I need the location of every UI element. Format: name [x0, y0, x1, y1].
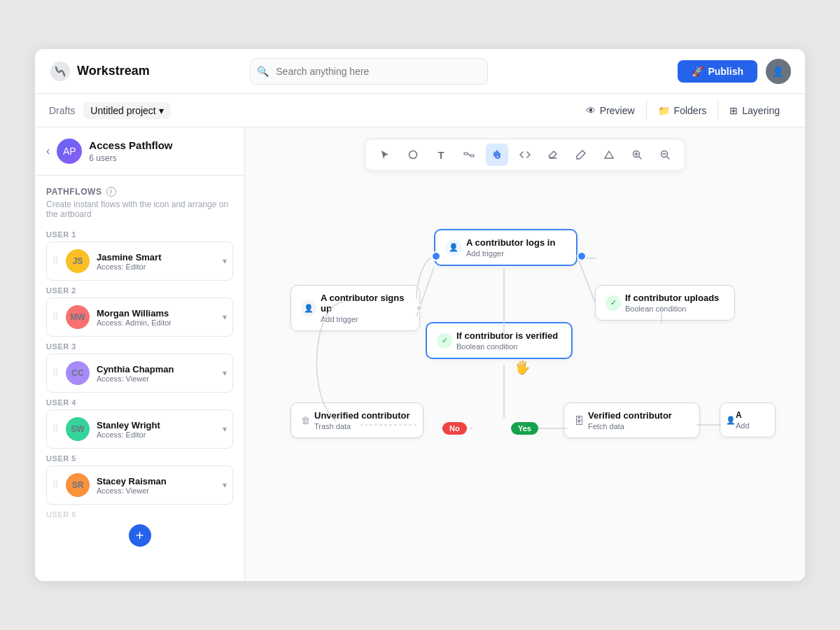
zoom-in-icon	[631, 149, 643, 160]
drag-handle: ⠿	[52, 424, 59, 434]
yes-badge: Yes	[511, 422, 538, 435]
section-desc: Create instant flows with the icon and a…	[46, 200, 233, 219]
code-icon	[519, 149, 531, 160]
node-signs-up[interactable]: 👤 A contributor signs up Add trigger	[290, 285, 420, 331]
user-access-morgan: Access: Admin, Editor	[97, 318, 216, 327]
user-name-jasmine: Jasmine Smart	[97, 252, 216, 262]
user-access-stanley: Access: Editor	[97, 430, 216, 439]
avatar-image: 👤	[772, 66, 784, 77]
dot-connector-3	[416, 304, 423, 312]
node-verified[interactable]: 🗄 Verified contributor Fetch data	[564, 402, 700, 438]
chevron-icon: ▾	[223, 312, 227, 322]
contributor-logs-sub: Add trigger	[466, 249, 555, 258]
sidebar-project-header: ‹ AP Access Pathflow 6 users	[35, 127, 244, 176]
user-info-morgan: Morgan Williams Access: Admin, Editor	[97, 308, 216, 327]
user-avatar-stanley: SW	[66, 417, 90, 441]
user-item-morgan[interactable]: ⠿ MW Morgan Williams Access: Admin, Edit…	[46, 298, 233, 337]
publish-button[interactable]: 🚀 Publish	[678, 60, 757, 83]
if-uploads-title: If contributor uploads	[625, 293, 719, 303]
preview-button[interactable]: 👁 Preview	[575, 99, 646, 122]
dot-connector-2	[577, 251, 587, 261]
chevron-icon: ▾	[223, 480, 227, 490]
search-icon: 🔍	[257, 66, 269, 77]
user-group-6-label: USER 6	[46, 510, 233, 519]
user-item-cynthia[interactable]: ⠿ CC Cynthia Chapman Access: Viewer ▾	[46, 354, 233, 393]
drafts-label: Drafts	[49, 105, 75, 116]
tool-hand-button[interactable]	[486, 144, 508, 166]
project-name: Untitled project	[90, 105, 155, 116]
pathflows-section: PATHFLOWS i Create instant flows with th…	[35, 176, 244, 564]
project-badge[interactable]: Untitled project ▾	[83, 102, 170, 119]
node-contributor-logs[interactable]: 👤 A contributor logs in Add trigger	[434, 229, 578, 266]
user-item-stanley[interactable]: ⠿ SW Stanley Wright Access: Editor ▾	[46, 410, 233, 449]
tool-connect-button[interactable]	[458, 144, 480, 166]
add-trigger-title: A	[736, 410, 750, 420]
chevron-icon: ▾	[223, 424, 227, 434]
user-avatar-jasmine: JS	[66, 249, 90, 273]
drag-handle: ⠿	[52, 312, 59, 322]
node-unverified[interactable]: 🗑 Unverified contributor Trash data	[290, 402, 424, 438]
user-avatar-morgan: MW	[66, 305, 90, 329]
tool-text-button[interactable]: T	[430, 144, 452, 166]
drag-handle: ⠿	[52, 480, 59, 490]
user-group-3-label: USER 3	[46, 342, 233, 351]
signs-up-title: A contributor signs up	[321, 293, 410, 314]
layering-button[interactable]: ⊞ Layering	[718, 99, 791, 122]
project-icon-graphic: AP	[63, 146, 76, 157]
user-info-jasmine: Jasmine Smart Access: Editor	[97, 252, 216, 271]
user-name-stacey: Stacey Raisman	[97, 476, 216, 486]
user-item-jasmine[interactable]: ⠿ JS Jasmine Smart Access: Editor ▾	[46, 241, 233, 281]
signs-up-icon: 👤	[301, 300, 316, 316]
add-user-button[interactable]: +	[129, 524, 151, 547]
contributor-logs-icon: 👤	[445, 239, 462, 256]
tool-cursor-button[interactable]	[374, 144, 396, 166]
svg-rect-2	[464, 153, 468, 155]
node-if-verified[interactable]: ✓ If contributor is verified Boolean con…	[426, 322, 573, 359]
svg-line-4	[468, 154, 470, 156]
canvas-area[interactable]: T	[245, 127, 805, 581]
user-name-morgan: Morgan Williams	[97, 308, 216, 318]
header-actions: 🚀 Publish 👤	[678, 59, 791, 84]
node-add-trigger[interactable]: 👤 A Add	[720, 402, 776, 438]
no-badge: No	[442, 422, 467, 435]
user-group-2-label: USER 2	[46, 286, 233, 295]
user-info-cynthia: Cynthia Chapman Access: Viewer	[97, 364, 216, 383]
folders-label: Folders	[674, 105, 707, 116]
user-name-cynthia: Cynthia Chapman	[97, 364, 216, 374]
user-item-stacey[interactable]: ⠿ SR Stacey Raisman Access: Viewer ▾	[46, 465, 233, 505]
tool-pen-button[interactable]	[570, 144, 592, 166]
main-content: ‹ AP Access Pathflow 6 users PATHFLOWS i…	[35, 127, 805, 581]
cursor-icon	[379, 149, 391, 160]
if-verified-sub: Boolean condition	[456, 342, 558, 351]
section-title: PATHFLOWS i	[46, 187, 233, 197]
dot-connector-1	[431, 251, 441, 261]
preview-label: Preview	[600, 105, 635, 116]
user-avatar-cynthia: CC	[66, 361, 90, 385]
tool-triangle-button[interactable]	[598, 144, 620, 166]
sub-header: Drafts Untitled project ▾ 👁 Preview 📁 Fo…	[35, 94, 805, 127]
tool-zoom-out-button[interactable]	[654, 144, 676, 166]
folders-button[interactable]: 📁 Folders	[646, 99, 718, 122]
search-input[interactable]	[250, 58, 488, 85]
hand-icon	[491, 149, 503, 160]
contributor-logs-title: A contributor logs in	[466, 237, 555, 248]
if-uploads-sub: Boolean condition	[625, 304, 719, 313]
svg-line-9	[578, 257, 595, 302]
project-users-count: 6 users	[89, 153, 116, 163]
tool-circle-button[interactable]	[402, 144, 424, 166]
tool-eraser-button[interactable]	[542, 144, 564, 166]
zoom-out-icon	[659, 149, 671, 160]
tool-code-button[interactable]	[514, 144, 536, 166]
node-if-uploads[interactable]: ✓ If contributor uploads Boolean conditi…	[595, 285, 735, 321]
user-avatar[interactable]: 👤	[766, 59, 791, 84]
search-bar[interactable]: 🔍	[250, 58, 488, 85]
chevron-down-icon: ▾	[159, 105, 164, 116]
unverified-sub: Trash data	[314, 422, 410, 430]
user-access-stacey: Access: Viewer	[97, 486, 216, 495]
layering-label: Layering	[742, 105, 780, 116]
signs-up-sub: Add trigger	[321, 315, 410, 323]
tool-zoom-in-button[interactable]	[626, 144, 648, 166]
database-icon: 🗄	[574, 415, 584, 426]
layers-icon: ⊞	[729, 105, 738, 116]
back-button[interactable]: ‹	[46, 145, 50, 158]
